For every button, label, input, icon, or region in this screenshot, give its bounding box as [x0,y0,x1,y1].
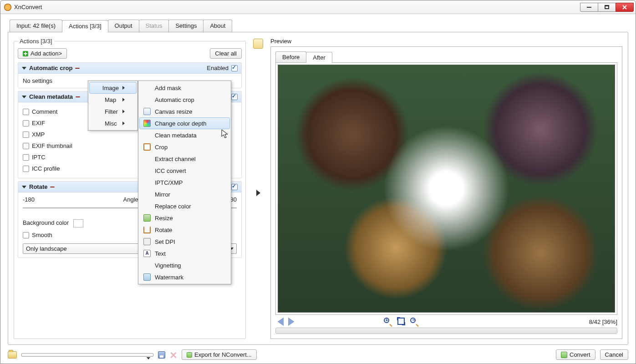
menu-text[interactable]: Text [139,248,230,259]
crop-icon [143,143,151,151]
no-settings-text: No settings [23,77,52,84]
panel-title: Automatic crop [29,65,72,71]
open-preset-icon[interactable] [8,351,17,359]
preview-scrollbar[interactable] [275,328,617,334]
preview-toolbar: 8/42 [36%] [275,315,617,326]
enabled-checkbox[interactable] [231,94,238,100]
submenu-arrow-icon [122,86,125,90]
add-action-button[interactable]: Add action> [18,48,67,59]
clear-all-button[interactable]: Clear all [210,48,242,59]
tab-actions[interactable]: Actions [3/3] [62,20,108,32]
enabled-label: Enabled [207,65,229,71]
preset-combo[interactable] [21,353,153,357]
menu-automatic-crop[interactable]: Automatic crop [139,94,230,106]
tab-input[interactable]: Input: 42 file(s) [10,20,62,32]
checkbox-icon [23,120,29,126]
remove-action-icon[interactable] [76,96,80,97]
chevron-down-icon [22,67,26,70]
remove-action-icon[interactable] [75,68,80,69]
preview-box: Before After 8/42 [36%] [270,46,622,339]
prev-image-button[interactable] [275,318,284,326]
zoom-out-button[interactable] [410,318,418,326]
remove-action-icon[interactable] [50,187,55,187]
menu-misc[interactable]: Misc [89,117,137,129]
close-button[interactable] [616,3,634,12]
apply-arrow-icon[interactable] [256,190,260,196]
image-preview-icon[interactable] [253,39,263,49]
tab-output[interactable]: Output [108,20,139,32]
checkbox-icon [23,109,29,115]
bg-color-swatch[interactable] [73,219,83,228]
checkbox-icon [23,131,29,138]
preview-title: Preview [270,38,622,45]
menu-set-dpi[interactable]: Set DPI [139,236,230,248]
menu-filter[interactable]: Filter [89,106,137,117]
angle-label: Angle [123,196,138,203]
enabled-checkbox[interactable] [231,184,238,190]
menu-clean-metadata[interactable]: Clean metadata [139,129,230,141]
menu-watermark[interactable]: Watermark [139,271,230,283]
menu-canvas-resize[interactable]: Canvas resize [139,106,230,117]
tab-after[interactable]: After [306,52,332,63]
preview-status: 8/42 [36%] [589,318,617,325]
checkbox-icon [23,232,29,238]
window-buttons [580,3,634,12]
menu-extract-channel[interactable]: Extract channel [139,153,230,165]
convert-icon [561,352,567,358]
checkbox-icon [23,166,29,172]
menu-iptc-xmp[interactable]: IPTC/XMP [139,177,230,188]
dpi-icon [143,238,151,245]
menu-vignetting[interactable]: Vignetting [139,259,230,271]
menu-replace-color[interactable]: Replace color [139,200,230,212]
delete-preset-icon[interactable] [170,351,177,359]
save-preset-icon[interactable] [158,351,165,359]
zoom-in-button[interactable] [384,318,392,326]
rotate-icon [143,226,151,233]
submenu-arrow-icon [122,98,125,101]
enabled-checkbox[interactable] [231,65,238,71]
minimize-button[interactable] [580,3,598,12]
resize-icon [143,214,151,222]
watermark-icon [143,273,151,281]
add-action-label: Add action> [31,50,62,57]
maximize-button[interactable] [598,3,616,12]
menu-change-color-depth[interactable]: Change color depth [139,117,230,129]
menu-mirror[interactable]: Mirror [139,188,230,200]
rotate-min: -180 [23,196,35,203]
cancel-button[interactable]: Cancel [600,349,628,360]
menu-add-mask[interactable]: Add mask [139,82,230,94]
chevron-down-icon [22,186,26,188]
tab-content: Actions [3/3] Add action> Clear all Auto… [8,32,628,345]
panel-title: Rotate [29,183,47,190]
export-icon [187,352,192,358]
menu-map[interactable]: Map [89,94,137,106]
convert-button[interactable]: Convert [556,349,595,360]
title-bar: XnConvert [0,0,636,14]
preview-area: Preview Before After [270,38,622,339]
panel-header[interactable]: Automatic crop Enabled [18,63,241,74]
preview-image[interactable] [278,65,615,313]
menu-resize[interactable]: Resize [139,212,230,224]
image-submenu: Add mask Automatic crop Canvas resize Ch… [138,81,231,284]
window-title: XnConvert [14,4,42,10]
preview-tabstrip: Before After [275,51,617,62]
checkbox-icon [23,154,29,161]
menu-crop[interactable]: Crop [139,141,230,153]
bg-color-label: Background color [23,219,69,226]
main-tabstrip: Input: 42 file(s) Actions [3/3] Output S… [8,20,628,32]
tab-settings[interactable]: Settings [168,20,204,32]
next-image-button[interactable] [288,318,296,326]
canvas-icon [143,108,151,115]
checkbox-icon [23,143,29,149]
add-action-menu: Image Map Filter Misc [88,81,138,131]
zoom-fit-button[interactable] [397,318,405,325]
tab-status[interactable]: Status [139,20,169,32]
menu-icc-convert[interactable]: ICC convert [139,165,230,177]
submenu-arrow-icon [122,121,125,125]
center-column [251,38,265,339]
menu-rotate[interactable]: Rotate [139,224,230,236]
menu-image[interactable]: Image [89,82,137,94]
tab-before[interactable]: Before [275,51,306,62]
tab-about[interactable]: About [203,20,232,32]
export-nconvert-button[interactable]: Export for NConvert... [182,349,257,360]
